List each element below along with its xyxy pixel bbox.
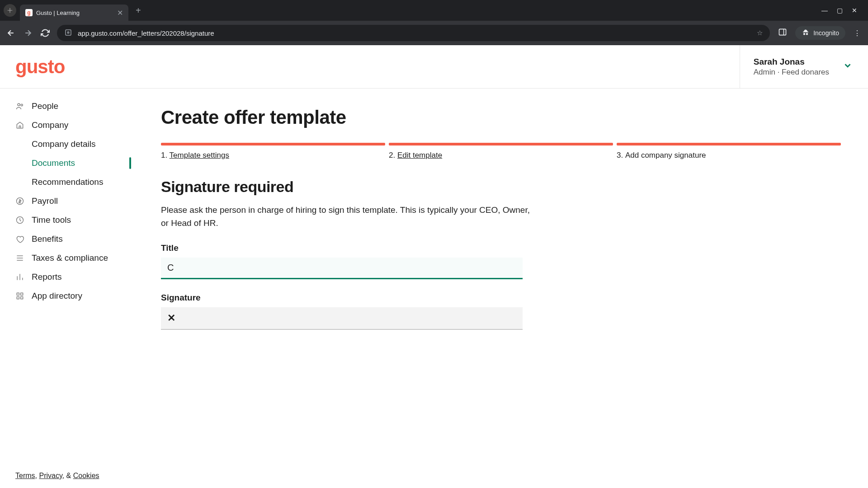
- window-controls: ― ▢ ✕: [821, 7, 864, 14]
- app: gusto Sarah Jonas Admin · Feed donares P…: [0, 45, 868, 488]
- section-heading: Signature required: [161, 178, 841, 196]
- apps-icon: [15, 291, 24, 300]
- sidebar-item-label: Payroll: [32, 196, 58, 206]
- reports-icon: [15, 272, 24, 282]
- sidebar-item-label: Recommendations: [32, 177, 103, 187]
- step-bar: [389, 143, 613, 145]
- benefits-icon: [15, 235, 24, 244]
- sidebar-item-reports[interactable]: Reports: [0, 267, 139, 286]
- browser-tab[interactable]: g Gusto | Learning ✕: [20, 5, 128, 21]
- sidebar-item-label: Reports: [32, 272, 62, 282]
- sidebar-scroll[interactable]: People Company Company details Documents…: [0, 97, 139, 488]
- maximize-icon[interactable]: ▢: [837, 7, 843, 14]
- bookmark-icon[interactable]: ☆: [757, 29, 763, 37]
- address-bar[interactable]: app.gusto.com/offer_letters/202028/signa…: [57, 25, 770, 41]
- stepper: 1. Template settings 2. Edit template 3.…: [161, 143, 841, 160]
- terms-link[interactable]: Terms: [15, 472, 35, 479]
- user-name: Sarah Jonas: [754, 57, 829, 67]
- svg-rect-1: [779, 29, 786, 35]
- sidebar-item-label: Company details: [32, 139, 96, 149]
- sidebar-item-people[interactable]: People: [0, 97, 139, 116]
- sidebar-item-company-details[interactable]: Company details: [0, 135, 139, 154]
- svg-rect-0: [66, 30, 71, 35]
- sidebar-item-label: People: [32, 101, 58, 111]
- main-content: Create offer template 1. Template settin…: [139, 89, 868, 488]
- svg-rect-8: [17, 297, 19, 299]
- svg-point-2: [18, 103, 20, 106]
- incognito-label: Incognito: [813, 29, 839, 37]
- close-window-icon[interactable]: ✕: [852, 7, 857, 14]
- svg-rect-6: [17, 293, 19, 295]
- signature-field-label: Signature: [161, 293, 841, 303]
- step-label: Edit template: [397, 151, 442, 160]
- page-title: Create offer template: [161, 107, 841, 128]
- signature-box[interactable]: ✕: [161, 307, 523, 330]
- chevron-down-icon: [843, 61, 853, 73]
- side-panel-icon[interactable]: [776, 28, 789, 38]
- tab-title: Gusto | Learning: [36, 9, 80, 16]
- svg-rect-7: [21, 293, 23, 295]
- browser-menu-icon[interactable]: ⋮: [852, 29, 863, 38]
- step-3: 3. Add company signature: [617, 143, 841, 160]
- sidebar: People Company Company details Documents…: [0, 89, 139, 488]
- site-info-icon[interactable]: [64, 28, 72, 38]
- user-info: Sarah Jonas Admin · Feed donares: [754, 57, 829, 77]
- new-tab-button[interactable]: +: [132, 5, 145, 16]
- clear-signature-icon[interactable]: ✕: [167, 312, 175, 324]
- privacy-link[interactable]: Privacy: [39, 472, 62, 479]
- forward-button[interactable]: [23, 28, 33, 38]
- gusto-logo[interactable]: gusto: [15, 56, 65, 78]
- browser-chrome: g Gusto | Learning ✕ + ― ▢ ✕ app.gusto.c…: [0, 0, 868, 45]
- body-row: People Company Company details Documents…: [0, 89, 868, 488]
- tab-close-icon[interactable]: ✕: [117, 9, 123, 17]
- sidebar-item-label: Time tools: [32, 215, 71, 225]
- time-icon: [15, 216, 24, 225]
- payroll-icon: [15, 197, 24, 206]
- title-input[interactable]: [161, 258, 523, 279]
- app-header: gusto Sarah Jonas Admin · Feed donares: [0, 45, 868, 89]
- company-icon: [15, 121, 24, 130]
- step-bar: [161, 143, 385, 145]
- user-menu[interactable]: Sarah Jonas Admin · Feed donares: [740, 45, 853, 88]
- sidebar-item-time-tools[interactable]: Time tools: [0, 211, 139, 230]
- sidebar-item-documents[interactable]: Documents: [0, 154, 139, 173]
- minimize-icon[interactable]: ―: [821, 7, 828, 14]
- sidebar-item-benefits[interactable]: Benefits: [0, 230, 139, 249]
- section-description: Please ask the person in charge of hirin…: [161, 204, 532, 230]
- svg-rect-9: [21, 297, 23, 299]
- taxes-icon: [15, 253, 24, 263]
- svg-point-3: [21, 104, 23, 106]
- incognito-badge[interactable]: Incognito: [795, 26, 845, 40]
- sidebar-item-company[interactable]: Company: [0, 116, 139, 135]
- browser-toolbar: app.gusto.com/offer_letters/202028/signa…: [0, 21, 868, 45]
- step-label: Template settings: [170, 151, 229, 160]
- sidebar-item-label: Taxes & compliance: [32, 253, 108, 263]
- sidebar-item-taxes[interactable]: Taxes & compliance: [0, 249, 139, 267]
- title-field-label: Title: [161, 243, 841, 253]
- sidebar-item-label: Company: [32, 120, 68, 130]
- back-button[interactable]: [5, 28, 16, 38]
- tab-strip: g Gusto | Learning ✕ + ― ▢ ✕: [0, 0, 868, 21]
- people-icon: [15, 102, 24, 111]
- user-meta: Admin · Feed donares: [754, 68, 829, 77]
- tab-search-button[interactable]: [4, 4, 16, 17]
- sidebar-item-label: App directory: [32, 291, 82, 301]
- step-label: Add company signature: [625, 151, 706, 160]
- sidebar-item-label: Benefits: [32, 234, 63, 244]
- step-bar: [617, 143, 841, 145]
- url-text: app.gusto.com/offer_letters/202028/signa…: [78, 29, 214, 37]
- sidebar-item-label: Documents: [32, 158, 75, 168]
- reload-button[interactable]: [40, 28, 51, 38]
- sidebar-item-recommendations[interactable]: Recommendations: [0, 173, 139, 192]
- step-1[interactable]: 1. Template settings: [161, 143, 385, 160]
- footer-links: Terms, Privacy, & Cookies: [15, 472, 99, 480]
- step-2[interactable]: 2. Edit template: [389, 143, 613, 160]
- sidebar-item-payroll[interactable]: Payroll: [0, 192, 139, 211]
- tab-favicon: g: [25, 9, 33, 16]
- cookies-link[interactable]: Cookies: [73, 472, 99, 479]
- sidebar-item-app-directory[interactable]: App directory: [0, 286, 139, 305]
